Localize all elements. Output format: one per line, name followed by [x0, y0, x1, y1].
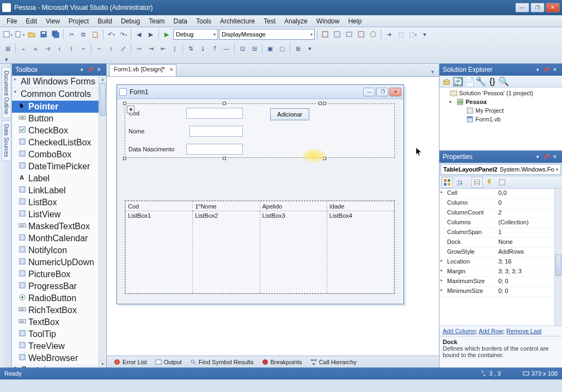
expand-icon[interactable]: ▸: [441, 287, 443, 292]
minimize-button[interactable]: —: [515, 3, 529, 13]
solexp-close-icon[interactable]: ✕: [551, 66, 559, 74]
toolbox-item-listview[interactable]: ListView: [12, 209, 99, 220]
toolbox-item-textbox[interactable]: ablTextBox: [12, 316, 99, 328]
textbox-nome[interactable]: [190, 126, 243, 137]
property-row-maximumsize[interactable]: ▸MaximumSize0; 0: [439, 277, 562, 287]
property-object-combo[interactable]: TableLayoutPanel2 System.Windows.Fo ▾: [441, 164, 561, 175]
vspace-inc-button[interactable]: ⤓: [197, 43, 208, 54]
solexp-showall-icon[interactable]: 📄: [465, 77, 474, 87]
align-bottom-button[interactable]: ⫟: [78, 43, 89, 54]
remove-last-link[interactable]: Remove Last: [506, 328, 542, 334]
align-left-button[interactable]: ⫠: [18, 43, 29, 54]
toolbox-item-richtextbox[interactable]: ablRichTextBox: [12, 304, 99, 316]
item-form1[interactable]: Form1.vb: [441, 115, 561, 124]
close-button[interactable]: ✕: [546, 3, 560, 13]
property-row-column[interactable]: Column0: [439, 199, 562, 209]
toolbox-item-progressbar[interactable]: ProgressBar: [12, 280, 99, 292]
toolbox-item-datetimepicker[interactable]: DateTimePicker: [12, 161, 99, 173]
size-both-button[interactable]: ⤢: [118, 43, 129, 54]
scroll-down-icon[interactable]: ▼: [99, 360, 106, 367]
menu-file[interactable]: File: [2, 16, 21, 26]
property-row-columnspan[interactable]: ColumnSpan1: [439, 228, 562, 238]
solexp-code-icon[interactable]: {}: [487, 77, 497, 87]
toolbox-item-pointer[interactable]: Pointer: [12, 101, 99, 113]
expand-icon[interactable]: ▸: [441, 278, 443, 283]
vtab-document-outline[interactable]: Document Outline: [2, 67, 10, 118]
tb-btn-5[interactable]: [368, 29, 378, 40]
solexp-dropdown-icon[interactable]: ▾: [534, 66, 541, 74]
property-row-columns[interactable]: Columns(Collection): [439, 218, 562, 228]
toolbox-item-radiobutton[interactable]: RadioButton: [12, 292, 99, 304]
open-button[interactable]: [26, 29, 37, 40]
tb-btn-8[interactable]: ⬚: [407, 29, 418, 40]
toolbox-dropdown-icon[interactable]: ▾: [78, 66, 85, 74]
nav-back-button[interactable]: ◀: [133, 29, 144, 40]
align-right-button[interactable]: ⫣: [42, 43, 53, 54]
toolbox-item-notifyicon[interactable]: NotifyIcon: [12, 244, 99, 256]
hspace-inc-button[interactable]: ⇥: [145, 43, 156, 54]
property-row-margin[interactable]: ▸Margin3; 3; 3; 3: [439, 267, 562, 277]
solution-node[interactable]: Solution 'Pessoa' (1 project): [441, 89, 561, 97]
save-all-button[interactable]: [50, 29, 61, 40]
selection-handle[interactable]: [323, 102, 326, 105]
toolbox-group-all-windows-forms[interactable]: All Windows Forms: [12, 76, 99, 88]
hspace-rem-button[interactable]: |: [169, 43, 180, 54]
tab-call-hierarchy[interactable]: Call Hierarchy: [307, 357, 360, 367]
menu-test[interactable]: Test: [259, 16, 280, 26]
tb-btn-2[interactable]: [332, 29, 343, 40]
property-scrollbar[interactable]: [554, 189, 562, 326]
listbox-2[interactable]: ListBox2: [193, 211, 260, 293]
solexp-view-icon[interactable]: 🔍: [499, 77, 509, 87]
menu-architecture[interactable]: Architecture: [216, 16, 259, 26]
start-debug-button[interactable]: ▶: [161, 29, 172, 40]
menu-window[interactable]: Window: [312, 16, 344, 26]
form-close-button[interactable]: ✕: [389, 88, 401, 96]
tb-btn-7[interactable]: ⬚: [395, 29, 406, 40]
toolbox-close-icon[interactable]: ✕: [95, 66, 103, 74]
toolbox-scrollbar[interactable]: ▲ ▼: [99, 76, 106, 367]
tb-btn-6[interactable]: ➜: [383, 29, 394, 40]
tb-btn-3[interactable]: [344, 29, 355, 40]
scroll-thumb[interactable]: [100, 83, 106, 116]
toolbar-overflow[interactable]: ▾: [419, 29, 430, 40]
center-v-button[interactable]: ⊟: [249, 43, 260, 54]
cut-button[interactable]: ✂: [66, 29, 77, 40]
listbox-4[interactable]: ListBox4: [327, 211, 394, 293]
paste-button[interactable]: 📋: [90, 29, 101, 40]
toolbox-item-picturebox[interactable]: PictureBox: [12, 268, 99, 280]
layout-overflow[interactable]: ▾: [304, 43, 315, 54]
props-dropdown-icon[interactable]: ▾: [534, 153, 541, 161]
scroll-up-icon[interactable]: ▲: [99, 76, 106, 83]
bring-front-button[interactable]: ▣: [265, 43, 276, 54]
menu-tools[interactable]: Tools: [192, 16, 216, 26]
properties-button[interactable]: [472, 177, 482, 188]
toolbox-item-treeview[interactable]: TreeView: [12, 340, 99, 352]
redo-button[interactable]: ↷: [118, 29, 129, 40]
new-project-button[interactable]: [2, 29, 13, 40]
solexp-home-icon[interactable]: [442, 77, 451, 87]
textbox-cod[interactable]: [186, 108, 243, 119]
tab-output[interactable]: Output: [151, 357, 185, 367]
categorized-button[interactable]: [442, 177, 453, 188]
toolbox-item-checkbox[interactable]: CheckBox: [12, 125, 99, 137]
property-row-dock[interactable]: DockNone: [439, 238, 562, 248]
selection-handle[interactable]: [223, 157, 226, 160]
table-layout-panel-list[interactable]: Cod 1ºNome Apelido Idade ListBox1 ListBo…: [125, 200, 395, 294]
item-my-project[interactable]: My Project: [441, 106, 561, 115]
expand-icon[interactable]: ▸: [441, 258, 443, 263]
events-button[interactable]: [484, 177, 495, 188]
align-middle-button[interactable]: ⫲: [66, 43, 77, 54]
toolbox-item-tooltip[interactable]: ToolTip: [12, 328, 99, 340]
form-designer[interactable]: Form1 — ❐ ✕ ✥ Cod Nome Data Nascimento A…: [117, 84, 404, 304]
menu-edit[interactable]: Edit: [21, 16, 41, 26]
props-pin-icon[interactable]: 📌: [542, 153, 550, 161]
third-row-overflow[interactable]: ▾: [2, 56, 11, 63]
restore-button[interactable]: ❐: [530, 3, 545, 13]
toolbox-item-combobox[interactable]: ComboBox: [12, 149, 99, 161]
tab-order-button[interactable]: ⊞: [292, 43, 303, 54]
tb-btn-4[interactable]: [356, 29, 366, 40]
nav-fwd-button[interactable]: ▶: [145, 29, 156, 40]
menu-team[interactable]: Team: [144, 16, 169, 26]
toolbox-item-numericupdown[interactable]: NumericUpDown: [12, 256, 99, 268]
align-grid-button[interactable]: ⊞: [2, 43, 13, 54]
